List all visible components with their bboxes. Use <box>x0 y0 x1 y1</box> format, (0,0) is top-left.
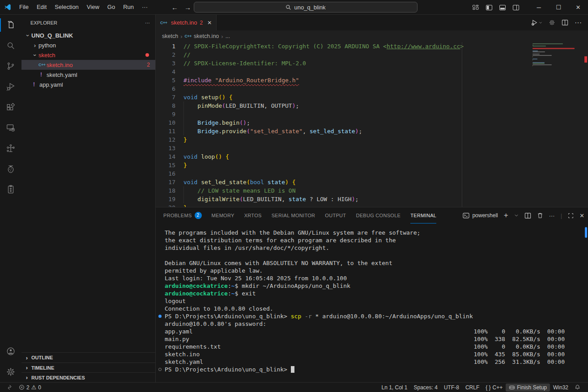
panel-tab-terminal[interactable]: TERMINAL <box>410 207 436 223</box>
tree-item-app.yaml[interactable]: !app.yaml <box>21 80 155 89</box>
explorer-more-icon[interactable]: ··· <box>145 20 150 25</box>
tree-item-python[interactable]: ›python <box>21 40 155 50</box>
back-arrow-icon[interactable]: ← <box>171 4 178 11</box>
chevron-right-icon: › <box>31 42 38 49</box>
panel-tab-problems[interactable]: PROBLEMS2 <box>163 207 202 223</box>
tab-sketch-ino[interactable]: C++ sketch.ino 2 ✕ <box>156 15 217 30</box>
panel-more-actions-icon[interactable]: ··· <box>549 212 555 219</box>
warning-count: 0 <box>38 384 41 391</box>
section-outline[interactable]: ›OUTLINE <box>21 353 155 362</box>
board-icon[interactable] <box>0 179 21 200</box>
remote-indicator[interactable] <box>4 383 16 392</box>
code-line-2: // <box>183 51 464 59</box>
panel-tabs: PROBLEMS2MEMORYXRTOSSERIAL MONITOROUTPUT… <box>163 207 436 223</box>
cursor-position[interactable]: Ln 1, Col 1 <box>378 383 410 392</box>
breadcrumb-more[interactable]: ... <box>226 33 230 39</box>
panel-tab-memory[interactable]: MEMORY <box>212 207 234 223</box>
tree-item-sketch.yaml[interactable]: !sketch.yaml <box>21 70 155 80</box>
breadcrumb[interactable]: sketch › C++ sketch.ino › ... <box>156 30 588 42</box>
toggle-panel-icon[interactable] <box>498 3 507 13</box>
split-editor-icon[interactable] <box>562 19 568 26</box>
remote-icon <box>7 384 13 390</box>
notifications-bell-icon[interactable] <box>571 383 584 392</box>
menu-more[interactable]: ··· <box>138 2 152 13</box>
editor-more-actions-icon[interactable]: ··· <box>575 19 582 27</box>
explorer-icon[interactable] <box>0 15 21 35</box>
maximize-button[interactable]: ☐ <box>549 0 568 15</box>
maximize-panel-icon[interactable] <box>568 213 574 219</box>
command-decoration-icon[interactable] <box>158 315 162 318</box>
berry-icon[interactable] <box>0 159 21 179</box>
close-button[interactable]: ✕ <box>568 0 588 15</box>
terminal-line-12: PS D:\Projects\Arduino\uno_q_blink> scp … <box>165 312 588 320</box>
tab-close-icon[interactable]: ✕ <box>207 20 212 26</box>
forward-arrow-icon[interactable]: → <box>184 4 191 11</box>
split-terminal-icon[interactable] <box>524 212 531 219</box>
editor-settings-gear-icon[interactable] <box>549 19 555 26</box>
settings-gear-icon[interactable] <box>0 362 21 382</box>
code-line-6 <box>183 84 464 93</box>
search-sidebar-icon[interactable] <box>0 35 21 56</box>
command-decoration-icon[interactable] <box>158 368 162 371</box>
encoding[interactable]: UTF-8 <box>441 383 462 392</box>
vscode-logo-icon <box>0 3 15 11</box>
terminal-line-4 <box>165 252 588 259</box>
run-or-debug-icon[interactable] <box>531 19 542 26</box>
eol-sequence[interactable]: CRLF <box>462 383 482 392</box>
language-mode[interactable]: { } C++ <box>482 383 506 392</box>
run-and-debug-icon[interactable] <box>0 76 21 97</box>
toggle-secondary-sidebar-icon[interactable] <box>511 3 521 13</box>
chevron-down-icon: › <box>32 51 38 59</box>
tree-item-UNO_Q_BLINK[interactable]: ›UNO_Q_BLINK <box>21 30 155 40</box>
panel-tab-debug-console[interactable]: DEBUG CONSOLE <box>356 207 401 223</box>
menu-bar: FileEditSelectionViewGoRun··· <box>15 2 152 13</box>
tree-item-sketch[interactable]: ›sketch <box>21 50 155 60</box>
menu-file[interactable]: File <box>15 2 33 13</box>
code-line-18: // LOW state means LED is ON <box>183 186 464 195</box>
panel-tab-serial-monitor[interactable]: SERIAL MONITOR <box>272 207 315 223</box>
remote-explorer-icon[interactable] <box>0 118 21 138</box>
new-terminal-icon[interactable]: + <box>504 211 508 220</box>
minimize-button[interactable]: ─ <box>529 0 549 15</box>
shell-label[interactable]: powershell <box>463 212 498 219</box>
finish-setup-button[interactable]: Finish Setup <box>506 384 550 392</box>
source-control-icon[interactable] <box>0 56 21 76</box>
menu-go[interactable]: Go <box>103 2 119 13</box>
minimap[interactable] <box>532 42 575 207</box>
problems-summary[interactable]: 2 ⚠ 0 <box>16 383 44 392</box>
menu-selection[interactable]: Selection <box>51 2 82 13</box>
menu-edit[interactable]: Edit <box>33 2 51 13</box>
chevron-right-icon: › <box>23 374 30 381</box>
platform[interactable]: Win32 <box>550 383 571 392</box>
section-rust-dependencies[interactable]: ›RUST DEPENDENCIES <box>21 372 155 382</box>
customize-layout-icon[interactable] <box>471 3 481 13</box>
terminal-dropdown-icon[interactable] <box>514 213 519 218</box>
tab-problem-badge: 2 <box>200 20 203 26</box>
indentation[interactable]: Spaces: 4 <box>411 383 441 392</box>
circuit-tree-icon[interactable] <box>0 138 21 159</box>
terminal-scrollbar[interactable] <box>585 227 587 238</box>
breadcrumb-file[interactable]: sketch.ino <box>194 33 219 39</box>
terminal-line-13: arduino@10.0.0.80's password: <box>165 320 588 328</box>
terminal-output[interactable]: The programs included with the Debian GN… <box>156 223 588 382</box>
cpp-file-icon: C++ <box>184 34 192 38</box>
command-center-search[interactable]: uno_q_blink <box>194 2 418 13</box>
tree-item-sketch.ino[interactable]: C++sketch.ino2 <box>21 60 155 70</box>
breadcrumb-folder[interactable]: sketch <box>162 33 178 39</box>
panel-tab-xrtos[interactable]: XRTOS <box>244 207 262 223</box>
activity-bar <box>0 15 21 382</box>
extensions-icon[interactable] <box>0 97 21 118</box>
panel-tab-output[interactable]: OUTPUT <box>325 207 346 223</box>
code-editor[interactable]: 1234567891011121314151617181920 // SPDX-… <box>156 42 588 207</box>
toggle-sidebar-icon[interactable] <box>484 3 494 13</box>
terminal-icon <box>463 212 469 219</box>
menu-view[interactable]: View <box>83 2 103 13</box>
close-panel-icon[interactable]: ✕ <box>579 212 584 219</box>
section-timeline[interactable]: ›TIMELINE <box>21 362 155 372</box>
menu-run[interactable]: Run <box>119 2 138 13</box>
kill-terminal-icon[interactable] <box>537 212 543 219</box>
terminal-line-5: Debian GNU/Linux comes with ABSOLUTELY N… <box>165 259 588 267</box>
transfer-stats: 100%25631.3KB/s00:00 <box>474 358 565 366</box>
warning-icon: ⚠ <box>31 384 37 391</box>
account-icon[interactable] <box>0 341 21 362</box>
